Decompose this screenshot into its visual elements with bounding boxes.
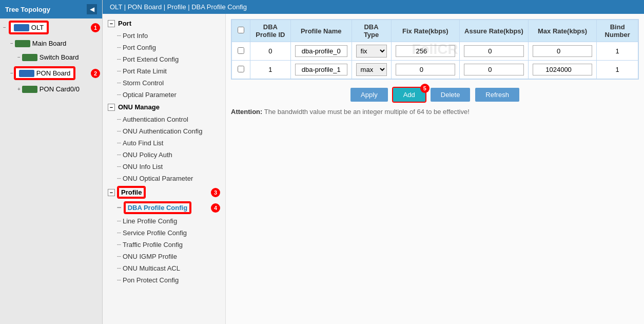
dba-profile-table: DBA Profile ID Profile Name DBA Type Fix… [231,20,638,79]
delete-button[interactable]: Delete [431,88,471,102]
nav-traffic-profile-config[interactable]: ┄Traffic Profile Config [103,239,225,251]
nav-port-info[interactable]: ┄Port Info [103,30,225,42]
row1-fix-rate-input[interactable] [396,64,456,75]
pc-expand-icon: + [17,86,21,92]
col-bind-number: Bind Number [597,20,638,42]
pon-board-node[interactable]: − PON Board 2 [7,66,102,81]
nav-port-config[interactable]: ┄Port Config [103,42,225,53]
switch-board-icon [22,54,37,61]
olt-label: OLT [31,24,44,31]
col-max-rate: Max Rate(kbps) [528,20,597,42]
profile-expand-icon: − [108,189,115,196]
tree-item-pon-card: + PON Card0/0 [0,82,102,96]
nav-panel: − Port ┄Port Info ┄Port Config ┄Port Ext… [103,14,226,324]
pon-board-icon [19,70,34,77]
col-fix-rate: Fix Rate(kbps) [391,20,460,42]
row0-max-rate [528,42,597,61]
pon-board-badge: 2 [91,69,100,78]
nav-onu-igmp-profile[interactable]: ┄ONU IGMP Profile [103,251,225,262]
row1-assure-rate [460,61,529,79]
content-area: − Port ┄Port Info ┄Port Config ┄Port Ext… [103,14,644,324]
col-checkbox [232,20,250,42]
row0-fix-rate [391,42,460,61]
main-board-label: Main Board [32,40,66,47]
row1-id: 1 [250,61,291,79]
nav-service-profile-config[interactable]: ┄Service Profile Config [103,227,225,239]
row0-fix-rate-input[interactable] [396,45,456,57]
main-panel: OLT | PON Board | Profile | DBA Profile … [103,0,644,324]
breadcrumb: OLT | PON Board | Profile | DBA Profile … [103,0,644,14]
row1-type: fix max assure assure-fix assure-max [352,61,391,79]
nav-optical-parameter[interactable]: ┄Optical Parameter [103,89,225,101]
nav-onu-info-list[interactable]: ┄ONU Info List [103,161,225,173]
olt-icon [14,24,29,31]
refresh-button[interactable]: Refresh [475,88,519,102]
row0-checkbox[interactable] [238,47,244,54]
nav-storm-control[interactable]: ┄Storm Control [103,77,225,89]
onu-expand-icon: − [108,104,115,111]
sidebar-collapse-button[interactable]: ◀ [87,4,97,14]
row0-bind-number: 1 [597,42,638,61]
apply-button[interactable]: Apply [350,88,388,102]
olt-node[interactable]: − OLT 1 [0,20,102,35]
attention-body: The bandwidth value must be an integer m… [264,108,470,116]
row1-bind-number: 1 [597,61,638,79]
nav-onu-policy-auth[interactable]: ┄ONU Policy Auth [103,149,225,161]
table-row: 0 fix max assure assure-fix ass [232,42,638,61]
nav-auto-find-list[interactable]: ┄Auto Find List [103,137,225,149]
col-profile-name: Profile Name [290,20,352,42]
sidebar-title: Tree Topology [5,6,50,13]
tree-item-main-board: − Main Board [0,36,102,50]
nav-port-rate-limit[interactable]: ┄Port Rate Limit [103,65,225,77]
attention-label: Attention: [231,108,262,116]
switch-board-label: Switch Board [40,53,79,61]
row0-type: fix max assure assure-fix assure-max [352,42,391,61]
col-dba-type: DBA Type [352,20,391,42]
add-badge: 5 [420,84,430,93]
table-panel: FoilCR DBA Profile ID Profile Name DBA T… [226,14,644,324]
dba-box: DBA Profile Config [125,202,191,213]
port-section-label: Port [118,20,131,27]
row1-type-select[interactable]: fix max assure assure-fix assure-max [356,63,387,76]
select-all-checkbox[interactable] [238,27,244,33]
nav-pon-protect-config[interactable]: ┄Pon Protect Config [103,274,225,286]
nav-onu-auth-config[interactable]: ┄ONU Authentication Config [103,125,225,137]
port-expand-icon: − [108,20,115,27]
row0-type-select[interactable]: fix max assure assure-fix assure-max [356,45,387,58]
profile-box: Profile [118,187,145,198]
onu-section-header[interactable]: − ONU Manage [103,101,225,113]
attention-text: Attention: The bandwidth value must be a… [231,108,639,116]
pon-board-box: PON Board [15,67,74,79]
row0-checkbox-cell [232,42,250,61]
nav-onu-optical-param[interactable]: ┄ONU Optical Parameter [103,173,225,184]
switch-board-node[interactable]: − Switch Board [14,52,102,63]
col-assure-rate: Assure Rate(kbps) [460,20,529,42]
nav-line-profile-config[interactable]: ┄Line Profile Config [103,215,225,227]
pon-card-node[interactable]: + PON Card0/0 [14,84,102,94]
pon-card-label: PON Card0/0 [40,85,80,93]
pon-card-icon [22,86,37,93]
pb-expand-icon: − [10,70,13,76]
row0-name-input[interactable] [295,45,347,57]
dba-badge: 4 [211,203,220,213]
row1-assure-rate-input[interactable] [464,64,524,75]
nav-onu-multicast-acl[interactable]: ┄ONU Multicast ACL [103,262,225,274]
sb-expand-icon: − [17,54,21,60]
olt-box: OLT [10,22,48,33]
sidebar-header: Tree Topology ◀ [0,0,102,18]
onu-section-label: ONU Manage [118,103,160,111]
profile-section-label: Profile [121,188,142,196]
nav-port-extend-config[interactable]: ┄Port Extend Config [103,53,225,65]
profile-section-header[interactable]: − Profile 3 [103,184,225,200]
nav-dba-profile-config[interactable]: ┄ DBA Profile Config 4 [103,200,225,215]
row0-assure-rate-input[interactable] [464,45,524,57]
nav-auth-control[interactable]: ┄Authentication Control [103,113,225,125]
row1-name-input[interactable] [295,64,347,75]
row1-max-rate-input[interactable] [533,64,593,75]
row0-assure-rate [460,42,529,61]
row1-checkbox[interactable] [238,66,244,72]
col-dba-profile-id: DBA Profile ID [250,20,291,42]
row0-max-rate-input[interactable] [533,45,593,57]
main-board-node[interactable]: − Main Board [7,38,102,49]
port-section-header[interactable]: − Port [103,17,225,30]
